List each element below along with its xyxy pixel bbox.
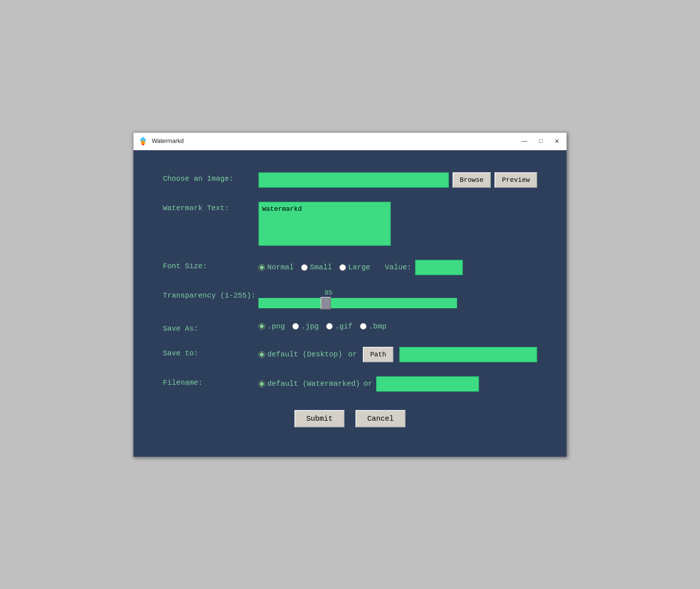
save-default-label: default (Desktop) bbox=[267, 350, 342, 359]
image-controls: Browse Preview bbox=[258, 172, 537, 188]
font-normal-radio[interactable] bbox=[258, 264, 265, 271]
save-jpg-option[interactable]: .jpg bbox=[292, 322, 319, 331]
font-normal-label: Normal bbox=[267, 263, 294, 272]
save-bmp-option[interactable]: .bmp bbox=[360, 322, 386, 331]
image-row: Choose an Image: Browse Preview bbox=[163, 172, 537, 188]
value-input[interactable] bbox=[415, 260, 463, 275]
filename-label: Filename: bbox=[163, 376, 258, 387]
title-bar-left: Watermarkd bbox=[138, 136, 184, 146]
title-bar-controls: — □ ✕ bbox=[518, 136, 562, 146]
save-as-controls: .png .jpg .gif .bmp bbox=[258, 322, 537, 331]
image-input[interactable] bbox=[258, 172, 449, 188]
minimize-button[interactable]: — bbox=[518, 136, 530, 146]
filename-default-label: default (Watermarked) bbox=[267, 380, 360, 388]
slider-container: 85 bbox=[258, 289, 457, 308]
transparency-value: 85 bbox=[325, 289, 333, 297]
save-to-row: Save to: default (Desktop) or Path bbox=[163, 347, 537, 362]
font-size-row: Font Size: Normal Small Large bbox=[163, 260, 537, 275]
watermark-textarea[interactable]: Watermarkd bbox=[258, 202, 391, 246]
filename-controls: default (Watermarked) or bbox=[258, 376, 537, 392]
browse-button[interactable]: Browse bbox=[453, 172, 491, 188]
font-large-label: Large bbox=[348, 263, 370, 272]
font-small-label: Small bbox=[310, 263, 332, 272]
font-size-radio-group: Normal Small Large bbox=[258, 263, 370, 272]
save-gif-radio[interactable] bbox=[326, 323, 333, 330]
save-default-radio[interactable] bbox=[258, 351, 265, 358]
filename-row: Filename: default (Watermarked) or bbox=[163, 376, 537, 392]
font-small-radio[interactable] bbox=[301, 264, 308, 271]
save-jpg-radio[interactable] bbox=[292, 323, 299, 330]
font-normal-option[interactable]: Normal bbox=[258, 263, 294, 272]
save-png-radio[interactable] bbox=[258, 323, 265, 330]
save-bmp-radio[interactable] bbox=[360, 323, 367, 330]
save-as-radio-group: .png .jpg .gif .bmp bbox=[258, 322, 386, 331]
watermark-label: Watermark Text: bbox=[163, 202, 258, 212]
watermark-row: Watermark Text: Watermarkd bbox=[163, 202, 537, 246]
save-to-or: or bbox=[348, 350, 357, 359]
app-icon bbox=[138, 136, 148, 146]
filename-default-radio[interactable] bbox=[258, 381, 265, 387]
font-small-option[interactable]: Small bbox=[301, 263, 332, 272]
font-size-controls: Normal Small Large Value: bbox=[258, 260, 537, 275]
window-title: Watermarkd bbox=[152, 138, 184, 144]
save-png-option[interactable]: .png bbox=[258, 322, 285, 331]
path-button[interactable]: Path bbox=[363, 347, 393, 362]
save-as-row: Save As: .png .jpg .gif bbox=[163, 322, 537, 333]
title-bar: Watermarkd — □ ✕ bbox=[133, 133, 567, 150]
transparency-slider[interactable] bbox=[258, 298, 457, 308]
font-large-radio[interactable] bbox=[339, 264, 346, 271]
transparency-controls: 85 bbox=[258, 289, 537, 308]
save-bmp-label: .bmp bbox=[369, 322, 386, 331]
transparency-label: Transparency (1-255): bbox=[163, 289, 258, 300]
filename-input[interactable] bbox=[376, 376, 479, 392]
save-jpg-label: .jpg bbox=[301, 322, 319, 331]
watermark-controls: Watermarkd bbox=[258, 202, 537, 246]
maximize-button[interactable]: □ bbox=[536, 136, 546, 146]
save-to-label: Save to: bbox=[163, 347, 258, 358]
preview-button[interactable]: Preview bbox=[494, 172, 537, 188]
font-large-option[interactable]: Large bbox=[339, 263, 370, 272]
buttons-row: Submit Cancel bbox=[163, 410, 537, 427]
form-content: Choose an Image: Browse Preview Watermar… bbox=[133, 150, 567, 457]
submit-button[interactable]: Submit bbox=[294, 410, 344, 427]
save-as-label: Save As: bbox=[163, 322, 258, 333]
cancel-button[interactable]: Cancel bbox=[356, 410, 406, 427]
image-label: Choose an Image: bbox=[163, 172, 258, 183]
save-gif-label: .gif bbox=[335, 322, 353, 331]
filename-or: or bbox=[364, 380, 372, 388]
close-button[interactable]: ✕ bbox=[551, 136, 562, 146]
value-label: Value: bbox=[385, 263, 411, 272]
save-default-option[interactable]: default (Desktop) bbox=[258, 350, 342, 359]
save-png-label: .png bbox=[267, 322, 285, 331]
font-size-label: Font Size: bbox=[163, 260, 258, 270]
save-to-controls: default (Desktop) or Path bbox=[258, 347, 537, 362]
main-window: Watermarkd — □ ✕ Choose an Image: Browse… bbox=[133, 132, 567, 457]
save-gif-option[interactable]: .gif bbox=[326, 322, 353, 331]
transparency-row: Transparency (1-255): 85 bbox=[163, 289, 537, 308]
path-input[interactable] bbox=[399, 347, 537, 362]
filename-default-option[interactable]: default (Watermarked) bbox=[258, 380, 360, 388]
